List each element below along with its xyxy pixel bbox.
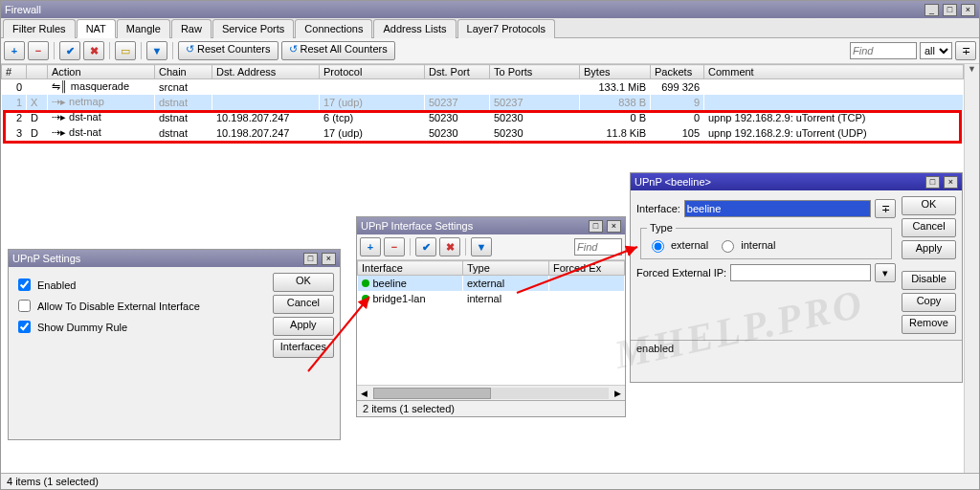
tab-raw[interactable]: Raw: [171, 19, 212, 38]
tab-connections[interactable]: Connections: [295, 19, 372, 38]
upnp-interface-settings-window: UPnP Interface Settings□× + − ✔ ✖ ▼ Inte…: [356, 216, 626, 417]
type-fieldset: Type external internal: [640, 222, 892, 259]
disable-icon[interactable]: ✖: [83, 41, 104, 60]
tab-bar: Filter RulesNATMangleRawService PortsCon…: [1, 18, 979, 38]
tab-layer7-protocols[interactable]: Layer7 Protocols: [457, 19, 556, 38]
chevron-down-icon[interactable]: ▾: [875, 263, 896, 282]
status-bar: 2 items (1 selected): [357, 400, 625, 416]
find-input[interactable]: [574, 238, 622, 256]
maximize-icon[interactable]: □: [589, 220, 603, 233]
column-header[interactable]: Bytes: [580, 65, 651, 79]
close-icon[interactable]: ×: [944, 176, 958, 189]
maximize-icon[interactable]: □: [925, 176, 940, 189]
forced-ip-label: Forced External IP:: [636, 267, 726, 278]
status-bar: enabled: [631, 340, 962, 356]
apply-button[interactable]: Apply: [902, 240, 956, 259]
maximize-icon[interactable]: □: [943, 4, 957, 16]
column-header[interactable]: #: [2, 65, 27, 79]
scroll-left-icon[interactable]: ◀: [357, 389, 371, 398]
external-radio[interactable]: external: [647, 237, 708, 253]
close-icon[interactable]: ×: [607, 220, 621, 233]
column-header[interactable]: Action: [48, 65, 155, 79]
tab-address-lists[interactable]: Address Lists: [373, 19, 456, 38]
remove-icon[interactable]: −: [28, 41, 49, 60]
interface-field[interactable]: [684, 200, 871, 217]
column-header[interactable]: Interface: [358, 261, 463, 276]
remove-button[interactable]: Remove: [902, 315, 956, 334]
tab-service-ports[interactable]: Service Ports: [212, 19, 294, 38]
close-icon[interactable]: ×: [961, 4, 975, 16]
upnp-settings-window: UPnP Settings□× Enabled Allow To Disable…: [8, 249, 341, 440]
column-header[interactable]: Chain: [155, 65, 212, 79]
title-bar: Firewall _ □ ×: [1, 1, 979, 18]
window-title: UPnP <beeline>: [635, 176, 711, 188]
copy-button[interactable]: Copy: [902, 293, 956, 312]
enable-icon[interactable]: ✔: [415, 237, 436, 256]
cancel-button[interactable]: Cancel: [273, 295, 334, 314]
table-row[interactable]: 3D⇢▸ dst-natdstnat10.198.207.24717 (udp)…: [2, 125, 964, 141]
column-header[interactable]: Comment: [704, 65, 964, 79]
reset-all-counters-button[interactable]: ↺ Reset All Counters: [281, 41, 395, 60]
add-icon[interactable]: +: [4, 41, 25, 60]
filter-select[interactable]: all: [920, 42, 952, 59]
reset-counters-button[interactable]: ↺ Reset Counters: [178, 41, 278, 60]
find-input[interactable]: [850, 42, 917, 59]
scrollbar[interactable]: ▼: [964, 64, 979, 473]
dropdown-icon[interactable]: ∓: [875, 199, 896, 218]
filter-icon[interactable]: ▼: [146, 41, 167, 60]
title-bar: UPnP <beeline>□×: [631, 173, 962, 190]
table-row[interactable]: 2D⇢▸ dst-natdstnat10.198.207.2476 (tcp)5…: [2, 110, 964, 125]
disable-icon[interactable]: ✖: [439, 237, 460, 256]
comment-icon[interactable]: ▭: [115, 41, 136, 60]
apply-button[interactable]: Apply: [273, 317, 334, 336]
column-header[interactable]: Dst. Port: [425, 65, 490, 79]
column-header[interactable]: Type: [463, 261, 549, 276]
tab-filter-rules[interactable]: Filter Rules: [3, 19, 76, 38]
column-header[interactable]: Packets: [651, 65, 704, 79]
nat-table: #ActionChainDst. AddressProtocolDst. Por…: [1, 64, 964, 141]
title-bar: UPnP Interface Settings□×: [357, 217, 625, 234]
add-icon[interactable]: +: [360, 237, 381, 256]
interface-table: InterfaceTypeForced Ex beelineexternalbr…: [357, 260, 625, 306]
chevron-down-icon[interactable]: ▼: [968, 64, 976, 74]
disable-button[interactable]: Disable: [902, 271, 956, 290]
ok-button[interactable]: OK: [273, 273, 334, 292]
close-icon[interactable]: ×: [322, 253, 336, 265]
allow-disable-checkbox[interactable]: Allow To Disable External Interface: [14, 297, 200, 315]
scroll-right-icon[interactable]: ▶: [611, 389, 625, 398]
table-row[interactable]: 1X⇢▸ netmapdstnat17 (udp)5023750237838 B…: [2, 95, 964, 110]
show-dummy-checkbox[interactable]: Show Dummy Rule: [14, 318, 127, 336]
window-title: Firewall: [5, 4, 41, 15]
upnp-detail-window: UPnP <beeline>□× Interface: ∓ Type exter…: [630, 172, 963, 383]
remove-icon[interactable]: −: [384, 237, 405, 256]
forced-ip-field[interactable]: [730, 264, 871, 281]
title-bar: UPnP Settings□×: [9, 250, 340, 267]
ok-button[interactable]: OK: [902, 196, 956, 215]
table-row[interactable]: beelineexternal: [358, 276, 625, 291]
interface-label: Interface:: [636, 203, 680, 214]
cancel-button[interactable]: Cancel: [902, 218, 956, 237]
interfaces-button[interactable]: Interfaces: [273, 339, 334, 358]
window-title: UPnP Interface Settings: [361, 220, 473, 232]
tab-nat[interactable]: NAT: [77, 19, 116, 38]
filter-icon[interactable]: ▼: [471, 237, 492, 256]
window-title: UPnP Settings: [12, 253, 80, 264]
column-header[interactable]: Dst. Address: [212, 65, 320, 79]
enabled-checkbox[interactable]: Enabled: [14, 276, 76, 294]
column-header[interactable]: Protocol: [320, 65, 425, 79]
enable-icon[interactable]: ✔: [59, 41, 80, 60]
column-header[interactable]: To Ports: [490, 65, 580, 79]
main-toolbar: + − ✔ ✖ ▭ ▼ ↺ Reset Counters ↺ Reset All…: [1, 38, 979, 64]
minimize-icon[interactable]: _: [924, 4, 939, 16]
internal-radio[interactable]: internal: [717, 237, 775, 253]
table-row[interactable]: bridge1-laninternal: [358, 291, 625, 306]
column-header[interactable]: Forced Ex: [549, 261, 625, 276]
status-bar: 4 items (1 selected): [1, 473, 979, 489]
table-row[interactable]: 0⇋║ masqueradesrcnat133.1 MiB699 326: [2, 79, 964, 95]
filter-menu-button[interactable]: ∓: [955, 41, 976, 60]
column-header[interactable]: [27, 65, 48, 79]
maximize-icon[interactable]: □: [303, 253, 318, 265]
tab-mangle[interactable]: Mangle: [117, 19, 170, 38]
